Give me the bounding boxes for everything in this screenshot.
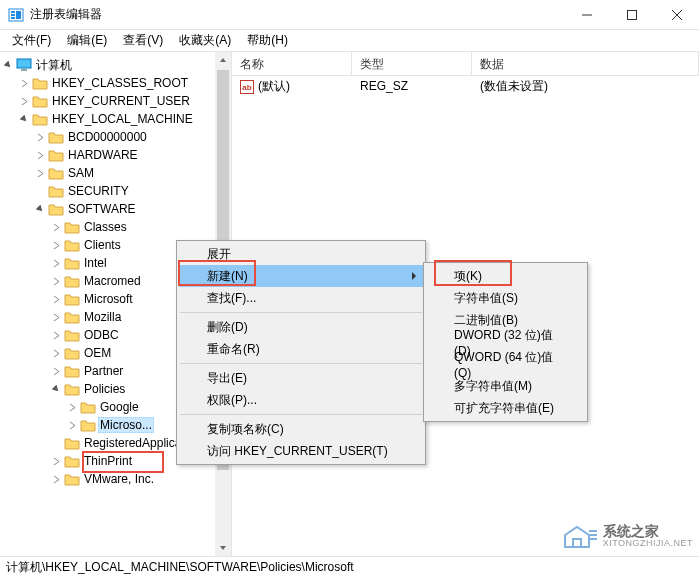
expander-icon[interactable] [48,385,64,394]
folder-icon [80,418,96,432]
folder-icon [64,256,80,270]
tree-hardware[interactable]: HARDWARE [0,146,231,164]
menu-permissions[interactable]: 权限(P)... [179,389,423,411]
tree-bcd[interactable]: BCD00000000 [0,128,231,146]
folder-icon [48,202,64,216]
close-button[interactable] [654,0,699,30]
expander-icon[interactable] [32,169,48,178]
tree-sam[interactable]: SAM [0,164,231,182]
folder-icon [64,274,80,288]
expander-icon[interactable] [48,349,64,358]
expander-icon[interactable] [48,295,64,304]
tree-root[interactable]: 计算机 [0,56,231,74]
expander-icon[interactable] [48,331,64,340]
app-icon [8,7,24,23]
menu-file[interactable]: 文件(F) [4,30,59,51]
menu-rename[interactable]: 重命名(R) [179,338,423,360]
list-row[interactable]: ab(默认) REG_SZ (数值未设置) [232,76,699,96]
folder-icon [64,436,80,450]
status-path: 计算机\HKEY_LOCAL_MACHINE\SOFTWARE\Policies… [6,559,354,576]
folder-icon [48,184,64,198]
folder-icon [64,454,80,468]
svg-rect-10 [21,69,27,71]
expander-icon[interactable] [64,421,80,430]
svg-rect-3 [11,17,15,19]
folder-icon [64,346,80,360]
menu-delete[interactable]: 删除(D) [179,316,423,338]
menu-separator [180,363,422,364]
menu-help[interactable]: 帮助(H) [239,30,296,51]
menu-expand[interactable]: 展开 [179,243,423,265]
menu-favorites[interactable]: 收藏夹(A) [171,30,239,51]
tree-hkcr[interactable]: HKEY_CLASSES_ROOT [0,74,231,92]
expander-icon[interactable] [16,79,32,88]
expander-icon[interactable] [32,151,48,160]
scroll-up-icon[interactable] [215,52,231,68]
scroll-down-icon[interactable] [215,540,231,556]
list-header: 名称 类型 数据 [232,52,699,76]
string-value-icon: ab [240,80,254,94]
menu-separator [180,312,422,313]
expander-icon[interactable] [32,205,48,214]
tree-classes[interactable]: Classes [0,218,231,236]
submenu-string[interactable]: 字符串值(S) [426,287,585,309]
expander-icon[interactable] [48,457,64,466]
folder-icon [64,238,80,252]
watermark-icon [563,521,599,552]
column-data[interactable]: 数据 [472,52,699,75]
folder-icon [64,328,80,342]
column-name[interactable]: 名称 [232,52,352,75]
menu-export[interactable]: 导出(E) [179,367,423,389]
expander-icon[interactable] [48,241,64,250]
menu-new[interactable]: 新建(N) [179,265,423,287]
submenu-arrow-icon [411,269,417,283]
minimize-button[interactable] [564,0,609,30]
folder-icon [64,292,80,306]
menu-find[interactable]: 查找(F)... [179,287,423,309]
tree-hklm[interactable]: HKEY_LOCAL_MACHINE [0,110,231,128]
svg-rect-6 [627,10,636,19]
expander-icon[interactable] [48,367,64,376]
expander-icon[interactable] [48,475,64,484]
menubar: 文件(F) 编辑(E) 查看(V) 收藏夹(A) 帮助(H) [0,30,699,52]
tree-software[interactable]: SOFTWARE [0,200,231,218]
expander-icon[interactable] [0,61,16,70]
folder-icon [64,310,80,324]
window-title: 注册表编辑器 [30,6,564,23]
tree-hkcu[interactable]: HKEY_CURRENT_USER [0,92,231,110]
maximize-button[interactable] [609,0,654,30]
tree-vmware[interactable]: VMware, Inc. [0,470,231,488]
menu-copy-key-name[interactable]: 复制项名称(C) [179,418,423,440]
menu-view[interactable]: 查看(V) [115,30,171,51]
tree-security[interactable]: SECURITY [0,182,231,200]
submenu-expandstring[interactable]: 可扩充字符串值(E) [426,397,585,419]
statusbar: 计算机\HKEY_LOCAL_MACHINE\SOFTWARE\Policies… [0,556,699,578]
tree-label: 计算机 [34,57,74,74]
svg-rect-4 [16,11,21,19]
svg-rect-9 [17,59,31,68]
submenu-key[interactable]: 项(K) [426,265,585,287]
expander-icon[interactable] [48,277,64,286]
expander-icon[interactable] [16,97,32,106]
folder-icon [48,130,64,144]
value-data: (数值未设置) [472,78,699,95]
titlebar: 注册表编辑器 [0,0,699,30]
expander-icon[interactable] [48,259,64,268]
expander-icon[interactable] [48,313,64,322]
svg-rect-1 [11,11,15,13]
value-name: (默认) [258,79,290,93]
expander-icon[interactable] [48,223,64,232]
menu-goto-hkcu[interactable]: 访问 HKEY_CURRENT_USER(T) [179,440,423,462]
watermark: 系统之家 XITONGZHIJIA.NET [563,521,693,552]
computer-icon [16,58,32,72]
expander-icon[interactable] [16,115,32,124]
menu-separator [180,414,422,415]
column-type[interactable]: 类型 [352,52,472,75]
menu-edit[interactable]: 编辑(E) [59,30,115,51]
submenu-new: 项(K) 字符串值(S) 二进制值(B) DWORD (32 位)值(D) QW… [423,262,588,422]
folder-icon [80,400,96,414]
expander-icon[interactable] [32,133,48,142]
expander-icon[interactable] [64,403,80,412]
submenu-qword[interactable]: QWORD (64 位)值(Q) [426,353,585,375]
svg-rect-2 [11,14,15,16]
